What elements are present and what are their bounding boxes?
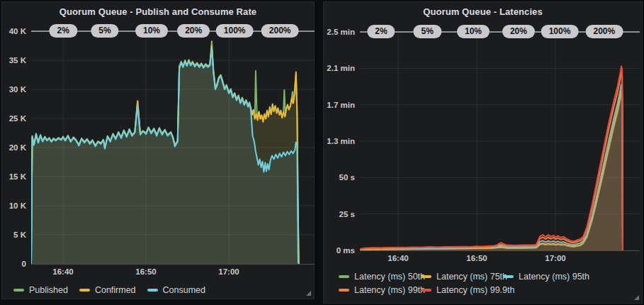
legend-item-consumed[interactable]: Consumed — [147, 285, 205, 295]
legend-swatch-published — [13, 289, 24, 292]
series-fill-latency-ms-95th — [360, 84, 623, 250]
y-tick-label: 1.7 min — [324, 100, 355, 110]
legend-swatch-latency-ms-99.9th — [421, 289, 431, 292]
legend-label: Consumed — [163, 285, 205, 295]
annotation-pill-2[interactable]: 2% — [50, 24, 77, 38]
legend-swatch-consumed — [147, 289, 158, 292]
y-tick-label: 25 K — [2, 113, 26, 123]
panel-latencies: Quorum Queue - Latencies 0 ms25 s50 s1.3… — [323, 1, 643, 304]
x-tick-label: 16:40 — [52, 267, 73, 276]
y-tick-label: 2.1 min — [324, 63, 355, 73]
annotation-pill-20[interactable]: 20% — [177, 24, 210, 38]
y-tick-label: 0 — [2, 259, 26, 269]
x-tick-label: 16:50 — [466, 254, 487, 262]
legend-item-confirmed[interactable]: Confirmed — [79, 285, 136, 295]
legend-label: Latency (ms) 50th — [354, 272, 425, 282]
legend-item-latency-ms-99th[interactable]: Latency (ms) 99th — [339, 285, 421, 295]
annotation-pill-200[interactable]: 200% — [585, 25, 623, 38]
panel-title[interactable]: Quorum Queue - Latencies — [324, 6, 642, 17]
panel-publish-consume-rate: Quorum Queue - Publish and Consume Rate … — [1, 1, 315, 299]
y-tick-label: 15 K — [2, 172, 26, 182]
y-tick-label: 40 K — [2, 26, 26, 36]
resize-handle[interactable] — [306, 291, 311, 296]
y-tick-label: 1.3 min — [324, 136, 355, 146]
legend-item-published[interactable]: Published — [13, 285, 68, 295]
annotation-pill-10[interactable]: 10% — [457, 25, 490, 38]
legend-label: Latency (ms) 95th — [519, 272, 589, 282]
legend-label: Latency (ms) 99.9th — [436, 285, 514, 295]
y-tick-label: 5 K — [2, 230, 26, 240]
x-tick-label: 16:50 — [135, 267, 156, 276]
legend-label: Confirmed — [95, 285, 136, 295]
y-tick-label: 0 ms — [324, 245, 355, 255]
legend: Latency (ms) 50thLatency (ms) 75thLatenc… — [339, 272, 589, 295]
plot-area[interactable]: 2%5%10%20%100%200% — [31, 31, 315, 265]
legend-swatch-confirmed — [79, 289, 90, 292]
chart-canvas[interactable] — [31, 31, 315, 264]
y-tick-label: 2.5 min — [324, 27, 355, 37]
resize-handle[interactable] — [634, 295, 639, 300]
series-fill-latency-ms-99.9th — [360, 66, 623, 250]
series-fill-latency-ms-99th — [360, 72, 623, 251]
series-fill-latency-ms-50th — [360, 94, 623, 250]
y-tick-label: 10 K — [2, 201, 26, 211]
chart-canvas[interactable] — [360, 32, 640, 250]
annotation-pill-20[interactable]: 20% — [502, 25, 535, 38]
legend-item-latency-ms-50th[interactable]: Latency (ms) 50th — [339, 272, 421, 282]
series-line-latency-ms-95th — [360, 84, 623, 250]
y-tick-label: 20 K — [2, 143, 26, 152]
series-line-latency-ms-50th — [360, 94, 623, 250]
plot-area[interactable]: 2%5%10%20%100%200% — [360, 32, 640, 251]
legend-item-latency-ms-99.9th[interactable]: Latency (ms) 99.9th — [421, 285, 503, 295]
legend-item-latency-ms-95th[interactable]: Latency (ms) 95th — [503, 272, 589, 282]
legend-swatch-latency-ms-50th — [339, 275, 349, 278]
annotation-pill-5[interactable]: 5% — [414, 25, 441, 38]
legend-swatch-latency-ms-95th — [503, 275, 514, 278]
y-tick-label: 35 K — [2, 55, 26, 65]
series-line-latency-ms-99th — [360, 72, 623, 251]
legend: PublishedConfirmedConsumed — [13, 285, 205, 295]
annotation-pill-200[interactable]: 200% — [261, 24, 299, 38]
series-line-latency-ms-99.9th — [360, 66, 623, 250]
dashboard: { "page": {"background": "#0b0c0d", "pan… — [0, 0, 644, 305]
legend-label: Latency (ms) 75th — [436, 272, 507, 282]
annotation-pill-2[interactable]: 2% — [367, 25, 395, 38]
series-line-latency-ms-75th — [360, 91, 623, 250]
y-tick-label: 30 K — [2, 84, 26, 94]
legend-swatch-latency-ms-75th — [421, 275, 431, 278]
legend-label: Published — [29, 285, 68, 295]
annotation-pill-100[interactable]: 100% — [541, 25, 579, 38]
y-tick-label: 50 s — [324, 172, 355, 182]
annotation-pill-5[interactable]: 5% — [91, 24, 118, 38]
annotation-pill-10[interactable]: 10% — [135, 24, 168, 38]
x-tick-label: 17:00 — [545, 254, 565, 262]
series-fill-latency-ms-75th — [360, 91, 623, 250]
x-tick-label: 17:00 — [218, 267, 239, 276]
legend-swatch-latency-ms-99th — [339, 289, 349, 292]
legend-item-latency-ms-75th[interactable]: Latency (ms) 75th — [421, 272, 503, 282]
y-tick-label: 25 s — [324, 209, 355, 219]
x-tick-label: 16:40 — [388, 254, 408, 262]
annotation-pill-100[interactable]: 100% — [216, 24, 254, 38]
panel-title[interactable]: Quorum Queue - Publish and Consume Rate — [2, 6, 314, 17]
legend-label: Latency (ms) 99th — [354, 285, 425, 295]
